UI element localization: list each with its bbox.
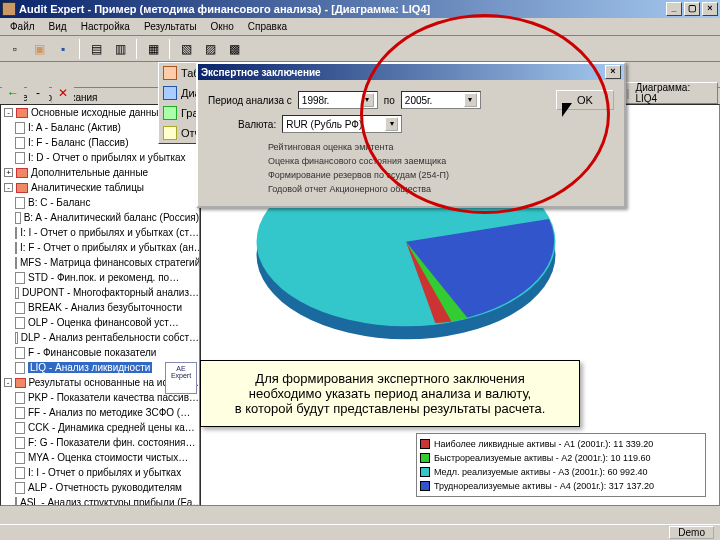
tree-label: MYA - Оценка стоимости чистых… <box>28 452 188 463</box>
modal-close[interactable]: × <box>605 65 621 79</box>
maximize-button[interactable]: ▢ <box>684 2 700 16</box>
ae-logo-icon: AE Expert <box>165 362 197 394</box>
tb-6[interactable]: ▦ <box>142 38 164 60</box>
folder-icon <box>15 378 26 388</box>
legend-text: Быстрореализуемые активы - А2 (2001г.): … <box>434 453 651 463</box>
menu-settings[interactable]: Настройка <box>75 20 136 33</box>
tree-doc-node[interactable]: I: D - Отчет о прибылях и убытках <box>1 150 199 165</box>
tree-doc-node[interactable]: I: I - Отчет о прибылях и убытках <box>1 465 199 480</box>
tree-toggle-icon[interactable]: - <box>4 108 13 117</box>
tree-label: DUPONT - Многофакторный анализ… <box>22 287 199 298</box>
tree-doc-node[interactable]: OLP - Оценка финансовой уст… <box>1 315 199 330</box>
tb-5[interactable]: ▥ <box>109 38 131 60</box>
legend-row: Быстрореализуемые активы - А2 (2001г.): … <box>420 451 702 465</box>
doc-icon <box>15 497 17 507</box>
modal-list-item[interactable]: Годовой отчет Акционерного общества <box>268 184 614 198</box>
modal-list-item[interactable]: Формирование резервов по ссудам (254-П) <box>268 170 614 184</box>
minimize-button[interactable]: _ <box>666 2 682 16</box>
tree-doc-node[interactable]: B: C - Баланс <box>1 195 199 210</box>
save-button[interactable]: ▪ <box>52 38 74 60</box>
tree-doc-node[interactable]: BREAK - Анализ безубыточности <box>1 300 199 315</box>
tree-doc-node[interactable]: DLP - Анализ рентабельности собст… <box>1 330 199 345</box>
modal-list-item[interactable]: Оценка финансового состояния заемщика <box>268 156 614 170</box>
menu-results[interactable]: Результаты <box>138 20 203 33</box>
tb-4[interactable]: ▤ <box>85 38 107 60</box>
period-to-combo[interactable]: 2005г.▾ <box>401 91 481 109</box>
legend-text: Наиболее ликвидные активы - А1 (2001г.):… <box>434 439 653 449</box>
tree-label: B: A - Аналитический баланс (Россия) <box>24 212 199 223</box>
toolbar-separator <box>79 39 80 59</box>
doc-icon <box>15 347 25 359</box>
expert-modal: Экспертное заключение × Период анализа с… <box>196 62 626 208</box>
doc-icon <box>15 137 25 149</box>
period-from-combo[interactable]: 1998г.▾ <box>298 91 378 109</box>
tree-toggle-icon[interactable]: - <box>4 378 12 387</box>
doc-icon <box>15 212 21 224</box>
graph-icon <box>163 106 177 120</box>
doc-icon <box>15 227 17 239</box>
nav-sep: - <box>27 82 49 104</box>
tree-doc-node[interactable]: I: F - Отчет о прибылях и убытках (ан… <box>1 240 199 255</box>
toolbar-separator <box>136 39 137 59</box>
tree-label: I: F - Баланс (Пассив) <box>28 137 128 148</box>
doc-icon <box>15 242 17 254</box>
tree-doc-node[interactable]: MFS - Матрица финансовых стратегий <box>1 255 199 270</box>
menu-help[interactable]: Справка <box>242 20 293 33</box>
tree-doc-node[interactable]: ASL - Анализ структуры прибыли (Fa… <box>1 495 199 506</box>
close-button[interactable]: × <box>702 2 718 16</box>
menu-window[interactable]: Окно <box>205 20 240 33</box>
doc-icon <box>15 332 18 344</box>
currency-combo[interactable]: RUR (Рубль РФ)▾ <box>282 115 402 133</box>
tb-7[interactable]: ▧ <box>175 38 197 60</box>
tree-doc-node[interactable]: STD - Фин.пок. и рекоменд. по… <box>1 270 199 285</box>
doc-icon <box>15 467 25 479</box>
tree-label: I: A - Баланс (Актив) <box>28 122 121 133</box>
tree-toggle-icon[interactable]: - <box>4 183 13 192</box>
folder-icon <box>16 168 28 178</box>
nav-close[interactable]: ✕ <box>52 82 74 104</box>
tree-doc-node[interactable]: DUPONT - Многофакторный анализ… <box>1 285 199 300</box>
del-icon: ▩ <box>226 41 242 57</box>
tb-8[interactable]: ▨ <box>199 38 221 60</box>
legend-text: Труднореализуемые активы - А4 (2001г.): … <box>434 481 654 491</box>
tree-label: I: D - Отчет о прибылях и убытках <box>28 152 186 163</box>
menu-view[interactable]: Вид <box>43 20 73 33</box>
tree-doc-node[interactable]: B: A - Аналитический баланс (Россия) <box>1 210 199 225</box>
app-icon <box>2 2 16 16</box>
sheet-icon: ▦ <box>145 41 161 57</box>
nav-back[interactable]: ← <box>2 82 24 104</box>
tree-folder-node[interactable]: -Аналитические таблицы <box>1 180 199 195</box>
doc-icon <box>15 392 25 404</box>
tree-doc-node[interactable]: CCK - Динамика средней цены ка… <box>1 420 199 435</box>
open-button[interactable]: ▣ <box>28 38 50 60</box>
tree-folder-node[interactable]: +Дополнительные данные <box>1 165 199 180</box>
chart-chart-label[interactable]: Диаграмма: LIQ4 <box>635 82 713 104</box>
tree-toggle-icon[interactable]: + <box>4 168 13 177</box>
tree-label: I: I - Отчет о прибылях и убытках <box>28 467 181 478</box>
tree-doc-node[interactable]: F - Финансовые показатели <box>1 345 199 360</box>
chevron-down-icon: ▾ <box>385 117 398 131</box>
tooltip-line: Для формирования экспертного заключения <box>215 371 565 386</box>
tree-doc-node[interactable]: ALP - Отчетность руководителям <box>1 480 199 495</box>
tree-doc-node[interactable]: MYA - Оценка стоимости чистых… <box>1 450 199 465</box>
menu-file[interactable]: Файл <box>4 20 41 33</box>
chevron-down-icon: ▾ <box>361 93 374 107</box>
legend-row: Труднореализуемые активы - А4 (2001г.): … <box>420 479 702 493</box>
modal-title: Экспертное заключение <box>201 67 321 78</box>
legend-swatch-icon <box>420 481 430 491</box>
modal-list-item[interactable]: Рейтинговая оценка эмитента <box>268 142 614 156</box>
tree-panel[interactable]: -Основные исходные данныеI: A - Баланс (… <box>0 104 200 506</box>
toolbar-main: ▫ ▣ ▪ ▤ ▥ ▦ ▧ ▨ ▩ <box>0 36 720 62</box>
tree-doc-node[interactable]: I: I - Отчет о прибылях и убытках (ст… <box>1 225 199 240</box>
folder-icon <box>16 108 28 118</box>
tree-label: DLP - Анализ рентабельности собст… <box>21 332 199 343</box>
window-title: Audit Expert - Пример (методика финансов… <box>19 3 430 15</box>
tb-9[interactable]: ▩ <box>223 38 245 60</box>
tree-label: BREAK - Анализ безубыточности <box>28 302 182 313</box>
tree-doc-node[interactable]: F: G - Показатели фин. состояния… <box>1 435 199 450</box>
modal-titlebar[interactable]: Экспертное заключение × <box>198 64 624 80</box>
doc-icon <box>15 197 25 209</box>
tree-doc-node[interactable]: FF - Анализ по методике ЗСФО (… <box>1 405 199 420</box>
titlebar: Audit Expert - Пример (методика финансов… <box>0 0 720 18</box>
new-button[interactable]: ▫ <box>4 38 26 60</box>
